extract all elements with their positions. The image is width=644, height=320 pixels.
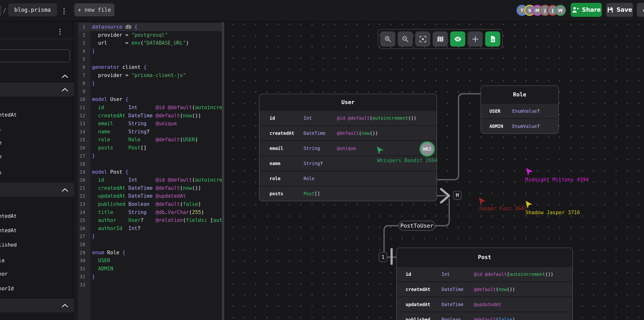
code-line: 30 USER [74, 257, 222, 265]
remote-cursor-icon [376, 146, 384, 156]
remote-cursor-name: Jasper Fuzz 1647 [478, 206, 526, 211]
panel-resize-handle[interactable] [222, 22, 224, 320]
panel-menu-kebab-icon[interactable] [60, 29, 60, 35]
file-tab[interactable]: blog.prisma [8, 3, 57, 16]
erd-field-row[interactable]: USEREnumValue? [481, 103, 558, 118]
home-button[interactable] [0, 5, 2, 16]
new-file-label: + new file [78, 7, 111, 13]
code-line: 7 provider = "prisma-client-js" [74, 71, 222, 80]
eye-icon [454, 35, 462, 43]
erd-field-row[interactable]: createdAtDateTime@default(now()) [260, 125, 436, 140]
map-button[interactable] [433, 32, 448, 47]
code-line: 8} [74, 79, 222, 88]
code-line: 2 provider = "postgresql" [74, 31, 222, 39]
sidebar-field-item[interactable]: s [0, 170, 2, 175]
breadcrumb-separator: / [3, 0, 6, 21]
remote-cursor-icon [526, 168, 533, 177]
code-line: 31 ADMIN [74, 265, 222, 273]
code-line: 23 published Boolean @default(false) [74, 200, 222, 209]
sidebar-field-item[interactable]: ntedAt [0, 112, 17, 118]
remote-cursor-name: Midnight Mittens 4594 [525, 177, 589, 183]
avatar[interactable]: W [555, 5, 566, 16]
code-line: 24 title String @db.VarChar(255) [74, 209, 222, 217]
schema-explorer-panel: ntedAtlees ntedAtntedAtlishedlehorhorId [0, 22, 74, 320]
focus-button[interactable] [415, 32, 430, 47]
zoom-out-icon [402, 35, 409, 43]
code-line: 26 authorId Int? [74, 225, 222, 233]
code-line: 1datasource db { [74, 23, 222, 31]
save-label: Save [616, 7, 632, 13]
code-line: 9 [74, 88, 222, 96]
relation-name-label[interactable]: PostToUser [399, 221, 435, 231]
sidebar-section-user[interactable] [0, 83, 74, 96]
code-line: 15 role Role @default(USER) [74, 136, 222, 144]
collaborator-avatars: TSMJJW [516, 5, 566, 16]
sidebar-section-role[interactable] [0, 298, 74, 312]
cardinality-many-badge: M [453, 191, 462, 200]
sidebar-field-item[interactable]: le [0, 258, 4, 263]
code-line: 19model Post { [74, 168, 222, 176]
erd-table-role[interactable]: RoleUSEREnumValue?ADMINEnumValue? [480, 85, 559, 134]
erd-table-post[interactable]: PostidInt@id @default(autoincrement())cr… [396, 248, 573, 320]
search-input[interactable] [0, 49, 70, 62]
erd-table-title: Role [481, 86, 558, 103]
zoom-in-button[interactable] [380, 32, 395, 47]
erd-field-row[interactable]: createdAtDateTime@default(now()) [397, 281, 572, 296]
erd-field-row[interactable]: roleRole [260, 171, 436, 186]
sidebar-field-item[interactable]: l [0, 126, 2, 132]
sidebar-section-post[interactable] [0, 183, 74, 197]
sidebar-field-item[interactable]: ntedAt [0, 213, 17, 219]
code-line: 5 [74, 55, 222, 63]
map-icon [436, 35, 444, 43]
one-cardinality-tick [390, 248, 393, 265]
erd-table-title: Post [397, 248, 572, 266]
share-button[interactable]: Share [571, 3, 602, 17]
code-line: 6generator client { [74, 63, 222, 71]
share-person-icon [572, 6, 579, 14]
plus-button[interactable] [468, 32, 483, 47]
erd-field-row[interactable]: emailString@unique [260, 140, 436, 155]
sidebar-field-item[interactable]: ntedAt [0, 228, 17, 233]
zoom-out-button[interactable] [398, 32, 413, 47]
code-line: 14 name String? [74, 128, 222, 136]
code-line: 13 email String @unique [74, 120, 222, 128]
sidebar-field-item[interactable]: e [0, 154, 2, 159]
eye-button[interactable] [450, 32, 465, 47]
erd-field-row[interactable]: postsPost[] [260, 186, 436, 201]
erd-field-row[interactable]: idInt@id @default(autoincrement()) [260, 110, 436, 125]
schema-code-editor[interactable]: 1datasource db {2 provider = "postgresql… [74, 22, 222, 320]
save-button[interactable]: Save [606, 3, 633, 17]
sidebar-field-item[interactable]: hor [0, 271, 8, 277]
code-lines: 1datasource db {2 provider = "postgresql… [74, 23, 222, 289]
top-bar: / blog.prisma + new file TSMJJW Share Sa… [0, 0, 644, 22]
erd-field-row[interactable]: publishedBoolean@default(false) [397, 311, 572, 320]
code-line: 18 [74, 160, 222, 168]
export-button[interactable] [637, 3, 644, 17]
code-line: 25 author User? @relation(fields: [autho… [74, 216, 222, 225]
erd-field-row[interactable]: idInt@id @default(autoincrement()) [397, 266, 572, 281]
zoom-in-icon [384, 35, 392, 43]
panel-divider [0, 39, 74, 39]
cardinality-one-badge: 1 [378, 252, 388, 262]
erd-canvas[interactable]: UseridInt@id @default(autoincrement())cr… [224, 22, 644, 320]
cloud-download-icon [642, 6, 644, 14]
remote-cursor-name: Shadow Jasper 3716 [526, 210, 580, 215]
file-button[interactable] [485, 32, 500, 47]
sidebar-field-item[interactable]: e [0, 140, 2, 146]
code-line: 20 id Int @id @default(autoincrement()) [74, 176, 222, 184]
code-line: 33 [74, 281, 222, 289]
file-icon [489, 35, 497, 43]
sidebar-field-item[interactable]: horId [0, 286, 14, 291]
erd-table-user[interactable]: UseridInt@id @default(autoincrement())cr… [259, 94, 437, 201]
erd-field-row[interactable]: updatedAtDateTime@updatedAt [397, 296, 572, 311]
code-line: 4} [74, 47, 222, 55]
plus-icon [472, 35, 479, 43]
sidebar-field-item[interactable]: lished [0, 242, 17, 248]
chevron-up-icon[interactable] [62, 74, 68, 78]
erd-field-row[interactable]: ADMINEnumValue? [481, 118, 558, 133]
new-file-button[interactable]: + new file [74, 3, 114, 16]
code-line: 28 [74, 241, 222, 249]
code-line: 22 updatedAt DateTime @updatedAt [74, 192, 222, 200]
file-menu-kebab-icon[interactable] [64, 8, 65, 14]
share-label: Share [582, 7, 601, 13]
